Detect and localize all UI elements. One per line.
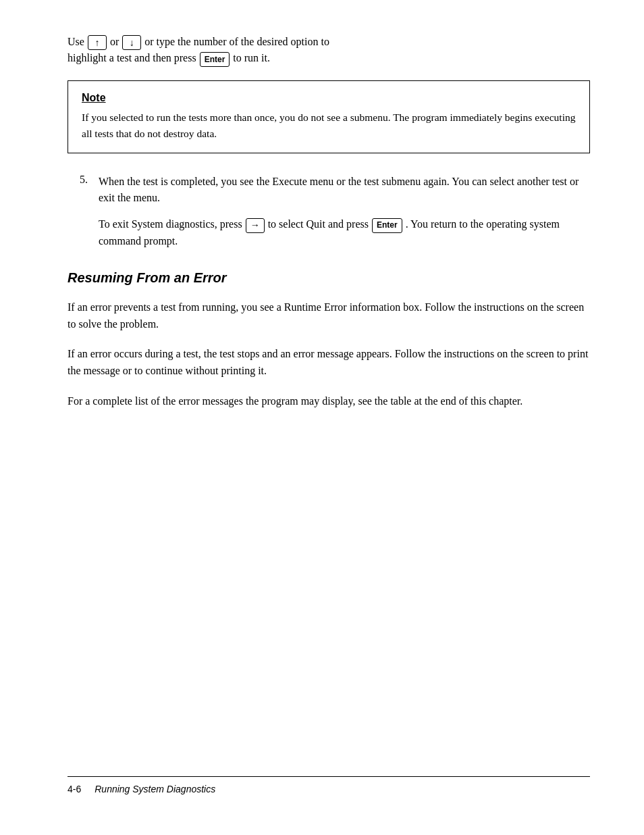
step-5-para2: To exit System diagnostics, press to sel…	[99, 216, 590, 250]
note-title: Note	[82, 92, 576, 104]
intro-line1-post: or type the number of the desired option…	[68, 36, 329, 64]
page-footer: 4-6 Running System Diagnostics	[68, 776, 590, 794]
key-up-arrow	[88, 35, 107, 50]
intro-paragraph: Use or or type the number of the desired…	[68, 34, 590, 67]
intro-line2-post: to run it.	[233, 52, 270, 64]
note-body: If you selected to run the tests more th…	[82, 109, 576, 142]
step-5-number: 5.	[68, 174, 88, 250]
step-5-para1: When the test is completed, you see the …	[99, 174, 590, 207]
content-area: Use or or type the number of the desired…	[68, 34, 590, 776]
section-para3: For a complete list of the error message…	[68, 393, 590, 410]
step-5-para2-mid: to select Quit and press	[268, 218, 369, 230]
key-enter-1: Enter	[200, 52, 230, 67]
step-5-content: When the test is completed, you see the …	[99, 174, 590, 250]
page: Use or or type the number of the desired…	[0, 0, 644, 835]
note-box: Note If you selected to run the tests mo…	[68, 80, 590, 153]
footer-page-number: 4-6	[68, 784, 81, 794]
intro-use-text: Use	[68, 36, 84, 47]
key-right-arrow	[246, 218, 265, 233]
intro-or1: or	[110, 36, 119, 47]
step-5: 5. When the test is completed, you see t…	[68, 174, 590, 250]
key-enter-2: Enter	[372, 218, 402, 233]
section-para1: If an error prevents a test from running…	[68, 299, 590, 333]
step-5-para2-pre: To exit System diagnostics, press	[99, 218, 242, 230]
key-down-arrow	[122, 35, 141, 50]
section-para2: If an error occurs during a test, the te…	[68, 346, 590, 380]
section-heading: Resuming From an Error	[68, 270, 590, 286]
footer-chapter-title: Running System Diagnostics	[95, 784, 215, 794]
